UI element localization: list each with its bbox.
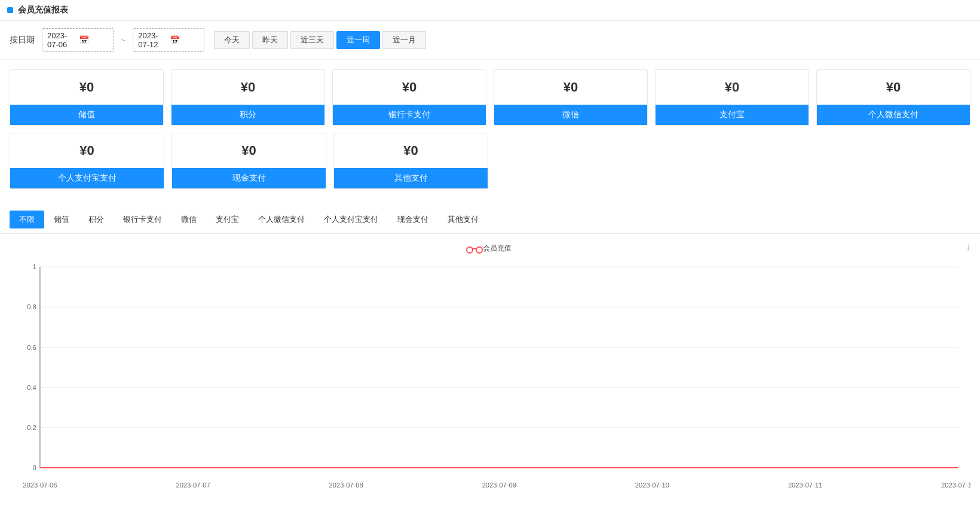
filter-tab[interactable]: 支付宝: [206, 211, 249, 228]
svg-text:1: 1: [33, 263, 36, 270]
card-label[interactable]: 支付宝: [656, 105, 808, 125]
stat-card: ¥0 储值: [10, 69, 164, 126]
filter-tab[interactable]: 其他支付: [438, 211, 488, 228]
chart-wrapper: ↓ 00.20.40.60.812023-07-062023-07-072023…: [10, 261, 970, 492]
chart-area: 会员充值 ↓ 00.20.40.60.812023-07-062023-07-0…: [0, 234, 980, 502]
card-label[interactable]: 银行卡支付: [333, 105, 486, 125]
line-chart: 00.20.40.60.812023-07-062023-07-072023-0…: [10, 261, 970, 492]
card-label[interactable]: 储值: [10, 105, 163, 125]
svg-text:2023-07-06: 2023-07-06: [23, 481, 57, 489]
card-label[interactable]: 其他支付: [334, 168, 488, 188]
svg-text:2023-07-11: 2023-07-11: [788, 481, 822, 489]
svg-text:2023-07-10: 2023-07-10: [635, 481, 669, 489]
card-value: ¥0: [10, 133, 164, 168]
card-label[interactable]: 个人支付宝支付: [10, 168, 164, 188]
start-date-value: 2023-07-06: [47, 31, 76, 49]
stat-card: ¥0 其他支付: [333, 133, 488, 189]
stat-card: ¥0 积分: [171, 69, 325, 126]
legend-icon: [468, 248, 480, 249]
filter-tabs-container: 不限储值积分银行卡支付微信支付宝个人微信支付个人支付宝支付现金支付其他支付: [0, 206, 980, 234]
start-date-input[interactable]: 2023-07-06 📅: [42, 28, 114, 52]
title-dot: [7, 7, 13, 13]
download-button[interactable]: ↓: [966, 242, 970, 252]
card-value: ¥0: [334, 133, 488, 168]
card-value: ¥0: [333, 70, 486, 105]
stat-card: ¥0 个人支付宝支付: [10, 133, 164, 189]
filter-tab[interactable]: 银行卡支付: [114, 211, 172, 228]
title-bar: 会员充值报表: [0, 0, 980, 21]
filter-tab[interactable]: 现金支付: [388, 211, 438, 228]
time-filter-button[interactable]: 昨天: [252, 31, 288, 49]
card-value: ¥0: [817, 70, 970, 105]
stat-card: ¥0 微信: [494, 69, 648, 126]
time-filter-button[interactable]: 近三天: [290, 31, 334, 49]
stat-card: ¥0 支付宝: [655, 69, 809, 126]
time-filter-button[interactable]: 近一月: [382, 31, 426, 49]
card-value: ¥0: [494, 70, 647, 105]
time-filter-buttons: 今天昨天近三天近一周近一月: [214, 31, 426, 49]
cards-container: ¥0 储值 ¥0 积分 ¥0 银行卡支付 ¥0 微信 ¥0 支付宝 ¥0 个人微…: [0, 60, 980, 206]
end-date-input[interactable]: 2023-07-12 📅: [133, 28, 204, 52]
svg-text:0: 0: [33, 464, 36, 471]
filter-tab[interactable]: 储值: [44, 211, 79, 228]
filter-tab[interactable]: 积分: [79, 211, 114, 228]
stat-card: ¥0 个人微信支付: [816, 69, 970, 126]
cards-row-2: ¥0 个人支付宝支付 ¥0 现金支付 ¥0 其他支付: [10, 133, 970, 189]
stat-card: ¥0 银行卡支付: [332, 69, 486, 126]
calendar-icon-end: 📅: [170, 35, 199, 45]
date-label: 按日期: [10, 35, 35, 45]
calendar-icon: 📅: [79, 35, 108, 45]
card-label[interactable]: 个人微信支付: [817, 105, 970, 125]
date-separator: ~: [121, 35, 125, 45]
card-spacer: [817, 133, 970, 189]
time-filter-button[interactable]: 近一周: [336, 31, 380, 49]
card-value: ¥0: [172, 70, 324, 105]
svg-text:2023-07-12: 2023-07-12: [941, 481, 970, 489]
svg-text:0.4: 0.4: [27, 384, 36, 391]
svg-text:2023-07-09: 2023-07-09: [482, 481, 516, 489]
legend-label: 会员充值: [483, 243, 512, 254]
card-label[interactable]: 微信: [494, 105, 647, 125]
filter-tab[interactable]: 个人微信支付: [249, 211, 314, 228]
time-filter-button[interactable]: 今天: [214, 31, 250, 49]
cards-row-1: ¥0 储值 ¥0 积分 ¥0 银行卡支付 ¥0 微信 ¥0 支付宝 ¥0 个人微…: [10, 69, 970, 126]
card-value: ¥0: [656, 70, 808, 105]
filter-tab[interactable]: 不限: [10, 211, 44, 228]
svg-text:0.6: 0.6: [27, 344, 36, 351]
card-spacer: [495, 133, 649, 189]
card-label[interactable]: 积分: [172, 105, 324, 125]
toolbar: 按日期 2023-07-06 📅 ~ 2023-07-12 📅 今天昨天近三天近…: [0, 21, 980, 60]
legend-item: 会员充值: [468, 243, 512, 254]
filter-tab[interactable]: 个人支付宝支付: [314, 211, 388, 228]
page-title: 会员充值报表: [18, 5, 68, 16]
filter-tab[interactable]: 微信: [172, 211, 206, 228]
card-label[interactable]: 现金支付: [172, 168, 326, 188]
card-value: ¥0: [172, 133, 326, 168]
card-value: ¥0: [10, 70, 163, 105]
svg-text:0.2: 0.2: [27, 424, 36, 431]
svg-text:2023-07-08: 2023-07-08: [329, 481, 363, 489]
chart-legend: 会员充值: [10, 243, 970, 254]
stat-card: ¥0 现金支付: [172, 133, 326, 189]
svg-text:2023-07-07: 2023-07-07: [176, 481, 210, 489]
card-spacer: [656, 133, 810, 189]
end-date-value: 2023-07-12: [138, 31, 167, 49]
svg-text:0.8: 0.8: [27, 303, 36, 310]
